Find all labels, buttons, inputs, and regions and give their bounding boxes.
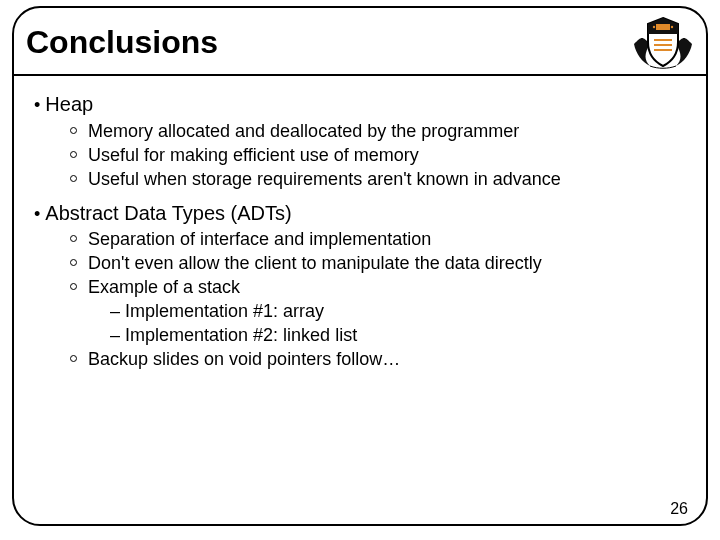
list-item: Useful for making efficient use of memor… [70,144,690,167]
list-item-text: Useful when storage requirements aren't … [88,169,561,189]
list-item: Backup slides on void pointers follow… [70,348,690,371]
list-item: Don't even allow the client to manipulat… [70,252,690,275]
slide-title: Conclusions [22,24,218,61]
title-row: Conclusions [22,10,698,74]
section-heading-text: Heap [45,93,93,115]
crest-logo [628,14,698,70]
list-item: Example of a stack Implementation #1: ar… [70,276,690,347]
list-item-text: Memory allocated and deallocated by the … [88,121,519,141]
sub-list: Implementation #1: array Implementation … [88,300,690,347]
section-heading-text: Abstract Data Types (ADTs) [45,202,291,224]
sub-list-item-text: Implementation #2: linked list [125,325,357,345]
list-item-text: Don't even allow the client to manipulat… [88,253,542,273]
bullet-list: Memory allocated and deallocated by the … [34,120,690,191]
sub-list-item-text: Implementation #1: array [125,301,324,321]
title-divider [14,74,706,76]
list-item: Separation of interface and implementati… [70,228,690,251]
list-item-text: Separation of interface and implementati… [88,229,431,249]
list-item: Memory allocated and deallocated by the … [70,120,690,143]
list-item-text: Example of a stack [88,277,240,297]
list-item: Useful when storage requirements aren't … [70,168,690,191]
list-item-text: Backup slides on void pointers follow… [88,349,400,369]
section-heading: Heap [34,92,690,118]
bullet-list: Separation of interface and implementati… [34,228,690,371]
page-number: 26 [670,500,688,518]
svg-point-1 [653,26,655,28]
svg-rect-0 [656,24,670,30]
svg-point-2 [671,26,673,28]
shield-icon [628,14,698,70]
sub-list-item: Implementation #2: linked list [110,324,690,347]
slide: Conclusions Heap Memory allocated and de… [0,0,720,540]
section-heading: Abstract Data Types (ADTs) [34,201,690,227]
sub-list-item: Implementation #1: array [110,300,690,323]
content-area: Heap Memory allocated and deallocated by… [34,86,690,381]
list-item-text: Useful for making efficient use of memor… [88,145,419,165]
